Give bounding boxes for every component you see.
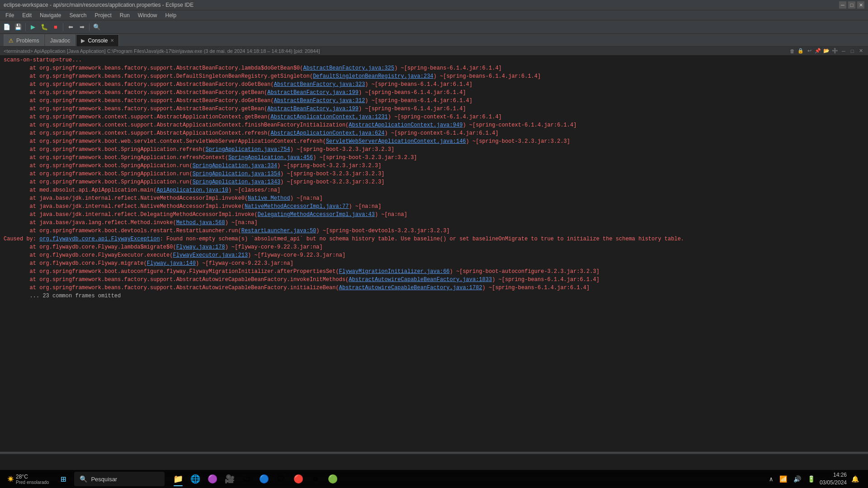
toolbar-separator-3 — [89, 23, 90, 31]
menu-item-help[interactable]: Help — [162, 11, 180, 19]
taskbar-icon-edge-blue[interactable]: 🔵 — [256, 471, 272, 487]
volume-icon[interactable]: 🔊 — [792, 474, 803, 485]
stack-trace-link[interactable]: AbstractAutowireCapableBeanFactory.java:… — [339, 285, 482, 291]
console-line: at org.flywaydb.core.Flyway.migrate(Flyw… — [4, 259, 864, 267]
stack-trace-link[interactable]: FlywayExecutor.java:213 — [173, 252, 248, 258]
taskbar-icon-tray-icon[interactable]: ⚙ — [307, 471, 324, 487]
maximize-button[interactable]: □ — [848, 1, 855, 9]
close-button[interactable]: ✕ — [857, 1, 864, 9]
run-toolbar-btn[interactable]: ▶ — [28, 22, 38, 32]
console-line: at org.flywaydb.core.FlywayExecutor.exec… — [4, 251, 864, 259]
menu-item-run[interactable]: Run — [116, 11, 133, 19]
menu-item-edit[interactable]: Edit — [19, 11, 35, 19]
stack-trace-link[interactable]: FlywayMigrationInitializer.java:66 — [339, 268, 450, 275]
console-action-bar: <terminated> ApiApplication [Java Applic… — [0, 46, 868, 55]
stack-trace-link[interactable]: SpringApplication.java:1343 — [193, 179, 280, 185]
stack-trace-link[interactable]: Flyway.java:178 — [176, 244, 225, 250]
word-wrap-btn[interactable]: ↩ — [806, 47, 813, 55]
close-console-btn[interactable]: ✕ — [857, 47, 864, 55]
network-icon[interactable]: 📶 — [778, 474, 789, 485]
console-line: at org.springframework.boot.SpringApplic… — [4, 154, 864, 162]
stack-trace-link[interactable]: NativeMethodAccessorImpl.java:77 — [245, 203, 349, 210]
taskbar-icon-windows-explorer[interactable]: 📁 — [170, 471, 186, 487]
stack-trace-link[interactable]: SpringApplication.java:754 — [205, 146, 290, 153]
stack-trace-link[interactable]: SpringApplication.java:456 — [228, 155, 313, 161]
taskbar-chevron-icon[interactable]: ∧ — [768, 474, 775, 485]
menu-item-file[interactable]: File — [2, 11, 18, 19]
pin-console-btn[interactable]: 📌 — [814, 47, 821, 55]
toolbar-btn-search[interactable]: 🔍 — [92, 22, 102, 32]
console-line: at org.springframework.beans.factory.sup… — [4, 80, 864, 89]
tab-javadoc[interactable]: Javadoc — [45, 34, 75, 46]
new-file-toolbar-btn[interactable]: 📄 — [2, 22, 12, 32]
taskbar-icon-edge-browser[interactable]: 🌐 — [187, 471, 203, 487]
taskbar-search-bar[interactable]: 🔍 Pesquisar — [74, 472, 165, 486]
taskbar-icon-defender[interactable]: 🛡 — [273, 471, 289, 487]
console-line: at org.springframework.beans.factory.sup… — [4, 105, 864, 113]
console-line: at org.flywaydb.core.Flyway.lambda$migra… — [4, 243, 864, 251]
stack-trace-link[interactable]: DelegatingMethodAccessorImpl.java:43 — [258, 211, 375, 218]
stack-trace-link[interactable]: AbstractBeanFactory.java:199 — [267, 106, 359, 112]
chrome-icon: 🔴 — [293, 474, 303, 484]
maximize-console-btn[interactable]: □ — [849, 47, 856, 55]
taskbar-datetime[interactable]: 14:26 03/05/2024 — [820, 471, 847, 487]
stack-trace-link[interactable]: AbstractBeanFactory.java:199 — [267, 89, 359, 96]
taskbar-icon-zoom[interactable]: 🎥 — [222, 471, 238, 487]
scroll-lock-btn[interactable]: 🔒 — [797, 47, 804, 55]
stack-trace-link[interactable]: SpringApplication.java:1354 — [193, 171, 280, 177]
tray-icon-icon: ⚙ — [313, 474, 318, 484]
taskbar-icon-file-explorer[interactable]: 🗂 — [239, 471, 255, 487]
toolbar-btn-generic-2[interactable]: ➡ — [77, 22, 87, 32]
open-console-btn[interactable]: 📂 — [823, 47, 830, 55]
console-line: at med.absolut.api.ApiApplication.main(A… — [4, 186, 864, 194]
battery-icon[interactable]: 🔋 — [806, 474, 817, 485]
stack-trace-link[interactable]: AbstractBeanFactory.java:323 — [274, 81, 365, 88]
menu-item-window[interactable]: Window — [134, 11, 161, 19]
minimize-button[interactable]: ─ — [839, 1, 846, 9]
weather-temp: 28°C — [16, 474, 49, 480]
stack-trace-link[interactable]: ApiApplication.java:10 — [156, 187, 228, 193]
menu-item-search[interactable]: Search — [66, 11, 90, 19]
stack-trace-link[interactable]: AbstractApplicationContext.java:1231 — [271, 114, 388, 120]
start-button[interactable]: ⊞ — [54, 471, 72, 487]
stack-trace-link[interactable]: Flyway.java:140 — [147, 260, 196, 267]
clear-console-btn[interactable]: 🗑 — [788, 47, 796, 55]
stack-trace-link[interactable]: Method.java:568 — [176, 220, 225, 226]
console-line: at org.springframework.boot.web.servlet.… — [4, 137, 864, 145]
new-console-btn[interactable]: ➕ — [831, 47, 839, 55]
file-explorer-icon: 🗂 — [243, 474, 251, 484]
stop-toolbar-btn[interactable]: ■ — [51, 22, 61, 32]
tab-problems-label: Problems — [16, 38, 39, 44]
taskbar-icon-chrome[interactable]: 🔴 — [290, 471, 307, 487]
taskbar-icon-ms-teams[interactable]: 🟣 — [204, 471, 221, 487]
stack-trace-link[interactable]: AbstractApplicationContext.java:624 — [271, 130, 385, 136]
spotify-icon: 🟢 — [328, 474, 338, 484]
stack-trace-link[interactable]: RestartLauncher.java:50 — [241, 228, 316, 234]
flyway-exception-link[interactable]: org.flywaydb.core.api.FlywayException — [39, 236, 160, 242]
stack-trace-link[interactable]: AbstractBeanFactory.java:325 — [303, 65, 395, 71]
minimize-console-btn[interactable]: ─ — [840, 47, 847, 55]
stack-trace-link[interactable]: Native Method — [248, 195, 290, 202]
debug-toolbar-btn[interactable]: 🐛 — [39, 22, 49, 32]
tab-problems[interactable]: ⚠ Problems — [4, 34, 44, 46]
stack-trace-link[interactable]: SpringApplication.java:334 — [193, 163, 277, 169]
tab-console[interactable]: ▶ Console ✕ — [76, 34, 119, 46]
save-toolbar-btn[interactable]: 💾 — [13, 22, 23, 32]
stack-trace-link[interactable]: DefaultSingletonBeanRegistry.java:234 — [313, 73, 433, 80]
weather-widget[interactable]: ☀️ 28°C Pred ensolarado — [4, 472, 52, 487]
stack-trace-link[interactable]: AbstractApplicationContext.java:949 — [349, 122, 462, 128]
console-line: at org.springframework.context.support.A… — [4, 129, 864, 137]
toolbar-btn-generic-1[interactable]: ⬅ — [66, 22, 75, 32]
console-line: at org.springframework.boot.SpringApplic… — [4, 162, 864, 170]
stack-trace-link[interactable]: AbstractBeanFactory.java:312 — [274, 98, 365, 104]
resize-handle[interactable] — [0, 452, 868, 454]
menu-item-navigate[interactable]: Navigate — [36, 11, 65, 19]
menu-item-project[interactable]: Project — [91, 11, 115, 19]
stack-trace-link[interactable]: AbstractAutowireCapableBeanFactory.java:… — [349, 277, 492, 283]
stack-trace-link[interactable]: ServletWebServerApplicationContext.java:… — [326, 138, 466, 145]
console-line: at org.springframework.boot.SpringApplic… — [4, 145, 864, 154]
taskbar-icon-spotify[interactable]: 🟢 — [325, 471, 341, 487]
windows-explorer-icon: 📁 — [173, 474, 183, 484]
notifications-icon[interactable]: 🔔 — [849, 474, 861, 485]
tab-console-close[interactable]: ✕ — [110, 38, 114, 43]
